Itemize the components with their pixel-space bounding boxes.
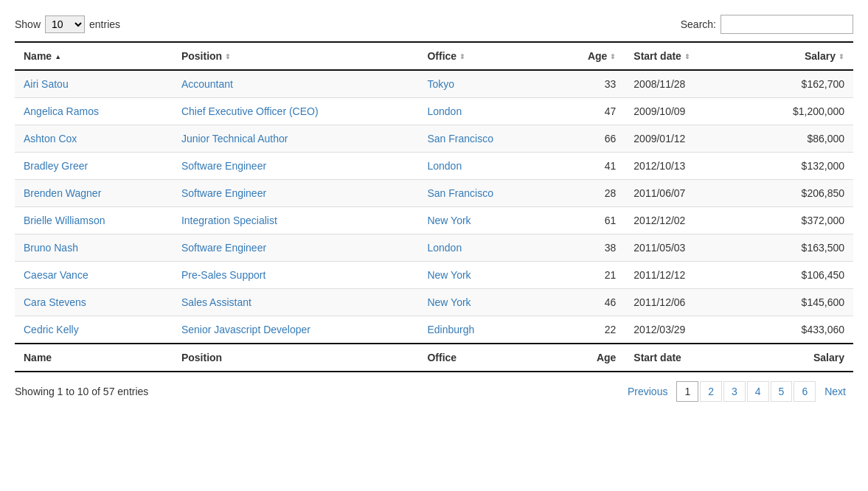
cell-startdate: 2011/12/06 xyxy=(625,289,743,316)
cell-salary: $132,000 xyxy=(743,153,853,180)
cell-age: 21 xyxy=(552,262,625,289)
link-name[interactable]: Brenden Wagner xyxy=(24,187,101,199)
cell-position: Senior Javascript Developer xyxy=(173,316,419,344)
cell-office: London xyxy=(418,98,552,125)
sort-up-icon: ⇕ xyxy=(225,54,231,60)
cell-name: Brielle Williamson xyxy=(15,207,173,234)
link-office[interactable]: New York xyxy=(427,215,471,226)
header-label-office: Office xyxy=(427,50,456,62)
cell-position: Software Engineer xyxy=(173,234,419,262)
header-col-startdate[interactable]: Start date⇕ xyxy=(625,42,743,70)
sort-up-icon: ⇕ xyxy=(610,54,616,60)
table-row: Caesar VancePre-Sales SupportNew York212… xyxy=(15,262,853,289)
cell-age: 22 xyxy=(552,316,625,344)
pagination-next[interactable]: Next xyxy=(817,382,853,401)
link-name[interactable]: Airi Satou xyxy=(24,78,69,90)
link-name[interactable]: Ashton Cox xyxy=(24,133,77,144)
header-col-age[interactable]: Age⇕ xyxy=(552,42,625,70)
cell-startdate: 2012/12/02 xyxy=(625,207,743,234)
link-position[interactable]: Software Engineer xyxy=(181,242,266,254)
link-position[interactable]: Sales Assistant xyxy=(181,296,251,308)
pagination-page-4[interactable]: 4 xyxy=(747,381,769,402)
cell-name: Cedric Kelly xyxy=(15,316,173,344)
cell-name: Caesar Vance xyxy=(15,262,173,289)
table-row: Ashton CoxJunior Technical AuthorSan Fra… xyxy=(15,125,853,153)
sort-icon-position: ⇕ xyxy=(225,54,231,60)
cell-position: Pre-Sales Support xyxy=(173,262,419,289)
entries-select[interactable]: 102550100 xyxy=(45,15,85,33)
cell-startdate: 2012/03/29 xyxy=(625,316,743,344)
link-position[interactable]: Accountant xyxy=(181,78,233,90)
link-name[interactable]: Bradley Greer xyxy=(24,160,88,172)
link-position[interactable]: Software Engineer xyxy=(181,160,266,172)
pagination-page-1[interactable]: 1 xyxy=(676,381,698,402)
table-row: Angelica RamosChief Executive Officer (C… xyxy=(15,98,853,125)
header-col-office[interactable]: Office⇕ xyxy=(418,42,552,70)
link-name[interactable]: Bruno Nash xyxy=(24,242,78,254)
footer-col-startdate: Start date xyxy=(625,344,743,372)
cell-name: Bradley Greer xyxy=(15,153,173,180)
header-label-startdate: Start date xyxy=(633,50,681,62)
header-label-age: Age xyxy=(588,50,607,62)
cell-age: 28 xyxy=(552,180,625,207)
pagination-page-5[interactable]: 5 xyxy=(771,381,793,402)
cell-startdate: 2011/06/07 xyxy=(625,180,743,207)
header-label-position: Position xyxy=(181,50,222,62)
link-office[interactable]: Tokyo xyxy=(427,78,454,90)
cell-office: Tokyo xyxy=(418,70,552,98)
link-position[interactable]: Chief Executive Officer (CEO) xyxy=(181,105,319,117)
cell-position: Integration Specialist xyxy=(173,207,419,234)
link-name[interactable]: Cara Stevens xyxy=(24,296,86,308)
footer-col-position: Position xyxy=(173,344,419,372)
link-office[interactable]: New York xyxy=(427,269,471,281)
sort-up-icon: ⇕ xyxy=(459,54,465,60)
link-office[interactable]: San Francisco xyxy=(427,133,493,144)
footer-col-name: Name xyxy=(15,344,173,372)
table-row: Bruno NashSoftware EngineerLondon382011/… xyxy=(15,234,853,262)
cell-salary: $163,500 xyxy=(743,234,853,262)
table-body: Airi SatouAccountantTokyo332008/11/28$16… xyxy=(15,70,853,344)
cell-office: New York xyxy=(418,262,552,289)
cell-position: Accountant xyxy=(173,70,419,98)
header-col-name[interactable]: Name▲ xyxy=(15,42,173,70)
sort-up-icon: ⇕ xyxy=(684,54,690,60)
pagination-page-6[interactable]: 6 xyxy=(794,381,816,402)
top-controls: Show 102550100 entries Search: xyxy=(15,15,853,34)
cell-position: Software Engineer xyxy=(173,180,419,207)
cell-startdate: 2012/10/13 xyxy=(625,153,743,180)
search-input[interactable] xyxy=(721,15,853,34)
sort-icon-name: ▲ xyxy=(55,54,61,60)
pagination-page-2[interactable]: 2 xyxy=(700,381,722,402)
link-name[interactable]: Brielle Williamson xyxy=(24,215,105,226)
header-col-salary[interactable]: Salary⇕ xyxy=(743,42,853,70)
table-row: Cara StevensSales AssistantNew York46201… xyxy=(15,289,853,316)
bottom-controls: Showing 1 to 10 of 57 entries Previous12… xyxy=(15,381,853,402)
link-name[interactable]: Cedric Kelly xyxy=(24,324,79,335)
link-position[interactable]: Software Engineer xyxy=(181,187,266,199)
cell-startdate: 2011/12/12 xyxy=(625,262,743,289)
footer-col-age: Age xyxy=(552,344,625,372)
link-position[interactable]: Integration Specialist xyxy=(181,215,277,226)
link-position[interactable]: Junior Technical Author xyxy=(181,133,288,144)
link-position[interactable]: Pre-Sales Support xyxy=(181,269,265,281)
cell-age: 41 xyxy=(552,153,625,180)
cell-age: 38 xyxy=(552,234,625,262)
link-office[interactable]: Edinburgh xyxy=(427,324,474,335)
sort-icon-office: ⇕ xyxy=(459,54,465,60)
search-label: Search: xyxy=(681,18,716,30)
link-office[interactable]: London xyxy=(427,242,462,254)
cell-name: Airi Satou xyxy=(15,70,173,98)
pagination-prev[interactable]: Previous xyxy=(620,382,675,401)
pagination-page-3[interactable]: 3 xyxy=(723,381,746,402)
link-office[interactable]: New York xyxy=(427,296,471,308)
link-position[interactable]: Senior Javascript Developer xyxy=(181,324,310,335)
table-row: Brenden WagnerSoftware EngineerSan Franc… xyxy=(15,180,853,207)
link-name[interactable]: Caesar Vance xyxy=(24,269,88,281)
link-office[interactable]: San Francisco xyxy=(427,187,493,199)
link-name[interactable]: Angelica Ramos xyxy=(24,105,99,117)
link-office[interactable]: London xyxy=(427,160,462,172)
header-col-position[interactable]: Position⇕ xyxy=(173,42,419,70)
cell-age: 47 xyxy=(552,98,625,125)
link-office[interactable]: London xyxy=(427,105,462,117)
footer-col-salary: Salary xyxy=(743,344,853,372)
